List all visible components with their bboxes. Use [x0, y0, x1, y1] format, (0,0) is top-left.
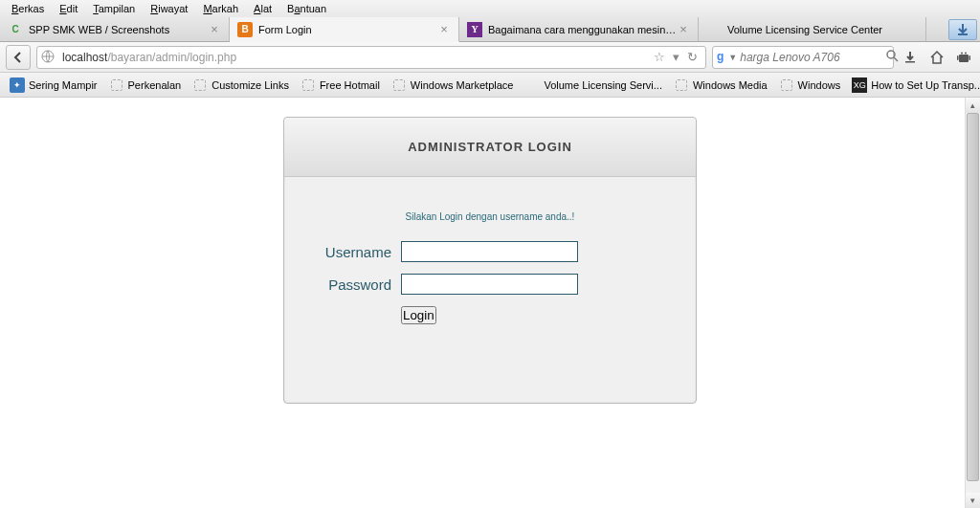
username-label: Username	[313, 244, 391, 260]
favicon-yahoo-icon: Y	[467, 22, 482, 37]
svg-rect-4	[905, 61, 915, 63]
search-icon[interactable]	[884, 50, 901, 65]
bookmark-how-to-setup[interactable]: XGHow to Set Up Transp...	[846, 76, 980, 95]
tab-title: Bagaimana cara menggunakan mesin cuci...	[488, 24, 677, 35]
page-viewport: ADMINISTRATOR LOGIN Silakan Login dengan…	[0, 98, 980, 508]
bookmark-perkenalan[interactable]: Perkenalan	[103, 76, 188, 95]
reload-icon[interactable]: ↻	[683, 50, 702, 64]
login-title: ADMINISTRATOR LOGIN	[408, 140, 572, 154]
xg-icon: XG	[852, 77, 867, 93]
menu-berkas[interactable]: Berkas	[4, 1, 52, 16]
addon-button[interactable]	[953, 47, 974, 68]
scroll-down-arrow-icon[interactable]: ▾	[966, 493, 980, 508]
menu-alat[interactable]: Alat	[246, 1, 279, 16]
microsoft-icon	[524, 77, 540, 93]
svg-line-3	[894, 57, 898, 61]
bookmark-label: Perkenalan	[128, 79, 182, 91]
tab-title: SPP SMK WEB / Screenshots	[29, 24, 208, 35]
tab-yahoo[interactable]: Y Bagaimana cara menggunakan mesin cuci.…	[459, 17, 699, 41]
tab-spp-smk[interactable]: C SPP SMK WEB / Screenshots ×	[0, 17, 230, 41]
svg-point-6	[961, 52, 963, 54]
favicon-c-icon: C	[8, 22, 23, 37]
download-arrow-icon	[955, 22, 970, 37]
menu-riwayat[interactable]: Riwayat	[143, 1, 195, 16]
favicon-microsoft-icon	[706, 22, 722, 37]
bookmark-windows-marketplace[interactable]: Windows Marketplace	[386, 76, 520, 95]
bookmark-icon	[391, 77, 407, 93]
scroll-thumb[interactable]	[967, 113, 979, 481]
password-input[interactable]	[401, 274, 578, 295]
svg-point-7	[965, 52, 967, 54]
login-header: ADMINISTRATOR LOGIN	[284, 118, 696, 177]
menu-markah[interactable]: Markah	[195, 1, 246, 16]
favicon-blogger-icon: B	[237, 22, 253, 37]
bookmark-windows-media[interactable]: Windows Media	[668, 76, 773, 95]
bookmarks-toolbar: ✦Sering Mampir Perkenalan Customize Link…	[0, 73, 980, 98]
bookmark-icon: ✦	[10, 77, 25, 93]
login-button[interactable]: Login	[401, 306, 436, 324]
svg-rect-9	[969, 55, 971, 60]
bookmark-label: Volume Licensing Servi...	[544, 79, 662, 91]
bookmark-star-icon[interactable]: ☆	[650, 50, 669, 64]
bookmark-label: Customize Links	[212, 79, 289, 91]
back-button[interactable]	[6, 45, 31, 70]
downloads-button[interactable]	[900, 47, 921, 68]
svg-point-2	[887, 51, 895, 58]
login-hint: Silakan Login dengan username anda..!	[313, 211, 667, 222]
tab-volume-licensing[interactable]: Volume Licensing Service Center	[699, 17, 926, 41]
new-tab-button[interactable]	[948, 19, 977, 40]
url-text[interactable]: localhost/bayaran/admin/login.php	[60, 51, 650, 64]
tab-strip: C SPP SMK WEB / Screenshots × B Form Log…	[0, 17, 980, 42]
search-input[interactable]	[740, 51, 884, 64]
close-icon[interactable]: ×	[677, 23, 690, 36]
svg-rect-8	[957, 55, 959, 60]
search-provider-dropdown-icon[interactable]: ▼	[725, 53, 740, 62]
bookmark-customize-links[interactable]: Customize Links	[187, 76, 295, 95]
svg-rect-5	[959, 55, 969, 62]
menu-tampilan[interactable]: Tampilan	[85, 1, 143, 16]
bookmark-label: Sering Mampir	[29, 79, 98, 91]
android-icon	[956, 51, 971, 64]
arrow-left-icon	[11, 51, 25, 64]
bookmark-sering-mampir[interactable]: ✦Sering Mampir	[4, 76, 103, 95]
tab-title: Form Login	[258, 24, 437, 35]
bookmark-volume-licensing[interactable]: Volume Licensing Servi...	[519, 76, 668, 95]
home-icon	[929, 50, 945, 65]
menu-bar: Berkas Edit Tampilan Riwayat Markah Alat…	[0, 0, 980, 17]
bookmark-icon	[109, 77, 124, 93]
url-dropdown-icon[interactable]: ▾	[669, 50, 683, 64]
bookmark-windows[interactable]: Windows	[773, 76, 847, 95]
search-box[interactable]: g ▼	[712, 46, 894, 69]
url-bar[interactable]: localhost/bayaran/admin/login.php ☆ ▾ ↻	[36, 46, 706, 69]
bookmark-free-hotmail[interactable]: Free Hotmail	[295, 76, 386, 95]
bookmark-label: How to Set Up Transp...	[871, 79, 980, 91]
globe-icon	[41, 50, 56, 65]
bookmark-label: Windows Marketplace	[411, 79, 514, 91]
close-icon[interactable]: ×	[437, 23, 451, 36]
bookmark-label: Free Hotmail	[320, 79, 380, 91]
vertical-scrollbar[interactable]: ▴ ▾	[965, 98, 980, 508]
scroll-up-arrow-icon[interactable]: ▴	[966, 98, 980, 113]
tab-form-login[interactable]: B Form Login ×	[230, 17, 459, 42]
bookmark-label: Windows	[798, 79, 841, 91]
login-panel: ADMINISTRATOR LOGIN Silakan Login dengan…	[283, 117, 697, 404]
scroll-track[interactable]	[966, 113, 980, 493]
svg-rect-0	[958, 33, 968, 35]
download-icon	[902, 50, 918, 65]
password-label: Password	[313, 276, 391, 293]
tab-title: Volume Licensing Service Center	[727, 24, 918, 35]
menu-edit[interactable]: Edit	[52, 1, 85, 16]
username-input[interactable]	[401, 241, 578, 262]
google-icon: g	[717, 50, 724, 65]
bookmark-icon	[301, 77, 316, 93]
home-button[interactable]	[926, 47, 947, 68]
bookmark-label: Windows Media	[693, 79, 768, 91]
menu-bantuan[interactable]: Bantuan	[279, 1, 334, 16]
close-icon[interactable]: ×	[208, 23, 221, 36]
navigation-toolbar: localhost/bayaran/admin/login.php ☆ ▾ ↻ …	[0, 42, 980, 73]
bookmark-icon	[779, 77, 794, 93]
bookmark-icon	[674, 77, 689, 93]
bookmark-icon	[192, 77, 208, 93]
